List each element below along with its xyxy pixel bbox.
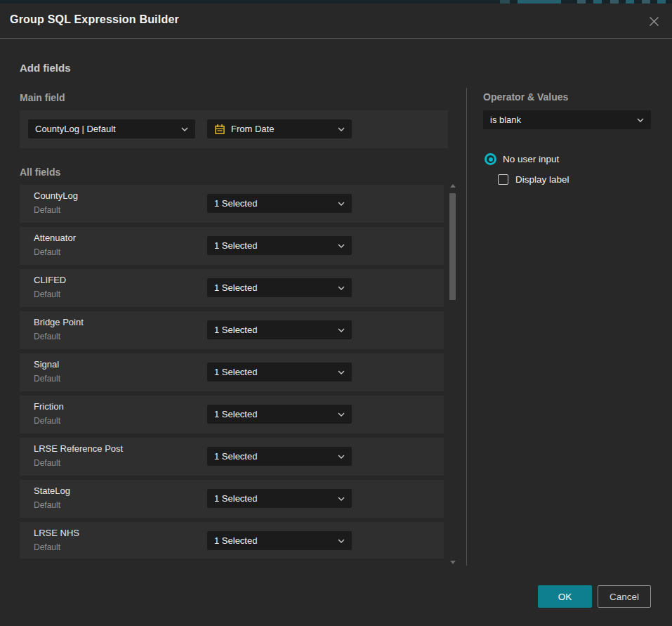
sql-expression-builder-dialog: Group SQL Expression Builder Add fields … bbox=[0, 4, 672, 626]
cancel-button[interactable]: Cancel bbox=[598, 585, 651, 608]
close-icon[interactable] bbox=[644, 11, 664, 31]
chevron-down-icon bbox=[637, 118, 644, 122]
no-user-input-radio[interactable]: No user input bbox=[485, 153, 559, 165]
radio-selected-icon bbox=[485, 153, 496, 165]
field-selection-select[interactable]: 1 Selected bbox=[207, 405, 352, 424]
field-selection-select[interactable]: 1 Selected bbox=[207, 363, 352, 382]
chevron-down-icon bbox=[338, 328, 345, 332]
field-row: Friction Default 1 Selected bbox=[20, 396, 444, 433]
main-field-source-value: CountyLog | Default bbox=[35, 124, 176, 134]
main-field-date-value: From Date bbox=[231, 124, 332, 134]
chevron-down-icon bbox=[338, 539, 345, 543]
calendar-icon bbox=[214, 124, 225, 135]
close-x-glyph bbox=[649, 16, 659, 27]
field-selection-value: 1 Selected bbox=[214, 535, 332, 546]
chevron-down-icon bbox=[338, 244, 345, 248]
chevron-down-icon bbox=[338, 497, 345, 501]
chevron-down-icon bbox=[181, 127, 188, 131]
field-selection-select[interactable]: 1 Selected bbox=[207, 447, 352, 466]
scrollbar-thumb[interactable] bbox=[449, 193, 456, 300]
field-sublabel: Default bbox=[34, 205, 60, 215]
chevron-down-icon bbox=[338, 202, 345, 206]
scrollbar-up-arrow[interactable] bbox=[450, 184, 456, 188]
field-row: Attenuator Default 1 Selected bbox=[20, 227, 444, 265]
vertical-divider bbox=[466, 88, 467, 566]
field-sublabel: Default bbox=[34, 247, 60, 257]
field-sublabel: Default bbox=[34, 374, 60, 384]
operator-values-heading: Operator & Values bbox=[483, 91, 568, 103]
field-name: CLIFED bbox=[34, 275, 66, 285]
no-user-input-label: No user input bbox=[503, 154, 559, 164]
field-sublabel: Default bbox=[34, 542, 60, 552]
field-row: Bridge Point Default 1 Selected bbox=[20, 311, 444, 349]
field-selection-value: 1 Selected bbox=[214, 367, 332, 377]
add-fields-heading: Add fields bbox=[20, 62, 71, 74]
field-selection-value: 1 Selected bbox=[214, 451, 332, 462]
chevron-down-icon bbox=[338, 412, 345, 417]
operator-select[interactable]: is blank bbox=[483, 110, 651, 129]
field-name: Friction bbox=[34, 401, 64, 412]
field-selection-select[interactable]: 1 Selected bbox=[207, 320, 352, 339]
field-row: StateLog Default 1 Selected bbox=[20, 480, 444, 518]
dialog-header: Group SQL Expression Builder bbox=[0, 4, 672, 39]
ok-button[interactable]: OK bbox=[538, 585, 592, 608]
main-field-label: Main field bbox=[20, 92, 65, 103]
field-name: StateLog bbox=[34, 485, 70, 496]
field-sublabel: Default bbox=[34, 458, 60, 468]
field-sublabel: Default bbox=[34, 332, 60, 341]
field-selection-select[interactable]: 1 Selected bbox=[207, 531, 352, 550]
operator-value: is blank bbox=[490, 115, 631, 125]
all-fields-list: CountyLog Default 1 Selected Attenuator … bbox=[20, 185, 444, 559]
main-field-date-select[interactable]: From Date bbox=[207, 119, 352, 138]
scrollbar-down-arrow[interactable] bbox=[450, 561, 456, 564]
field-sublabel: Default bbox=[34, 416, 60, 426]
chevron-down-icon bbox=[338, 127, 345, 131]
field-name: Attenuator bbox=[34, 233, 76, 243]
all-fields-label: All fields bbox=[20, 167, 60, 178]
field-selection-select[interactable]: 1 Selected bbox=[207, 236, 352, 255]
field-name: LRSE Reference Post bbox=[34, 443, 123, 454]
field-selection-select[interactable]: 1 Selected bbox=[207, 489, 352, 508]
screen: Group SQL Expression Builder Add fields … bbox=[0, 0, 672, 626]
chevron-down-icon bbox=[338, 286, 345, 290]
field-name: Bridge Point bbox=[34, 317, 84, 327]
fields-list-scrollbar[interactable] bbox=[449, 181, 457, 566]
field-selection-value: 1 Selected bbox=[214, 409, 332, 419]
field-sublabel: Default bbox=[34, 500, 60, 510]
field-row: LRSE NHS Default 1 Selected bbox=[20, 522, 444, 559]
field-row: Signal Default 1 Selected bbox=[20, 353, 444, 391]
field-row: LRSE Reference Post Default 1 Selected bbox=[20, 438, 444, 476]
chevron-down-icon bbox=[338, 455, 345, 459]
chevron-down-icon bbox=[338, 370, 345, 374]
field-selection-select[interactable]: 1 Selected bbox=[207, 194, 352, 213]
field-name: LRSE NHS bbox=[34, 528, 79, 538]
display-label-checkbox-row[interactable]: Display label bbox=[498, 174, 569, 185]
checkbox-unchecked-icon[interactable] bbox=[498, 174, 508, 185]
field-row: CountyLog Default 1 Selected bbox=[20, 185, 444, 223]
main-field-source-select[interactable]: CountyLog | Default bbox=[28, 119, 195, 138]
field-selection-value: 1 Selected bbox=[214, 282, 332, 293]
field-name: Signal bbox=[34, 359, 59, 370]
field-selection-value: 1 Selected bbox=[214, 325, 332, 335]
field-sublabel: Default bbox=[34, 289, 60, 299]
dialog-title: Group SQL Expression Builder bbox=[10, 13, 179, 26]
field-selection-value: 1 Selected bbox=[214, 493, 332, 504]
main-field-panel: CountyLog | Default From Date bbox=[20, 110, 448, 148]
field-selection-value: 1 Selected bbox=[214, 198, 332, 209]
field-name: CountyLog bbox=[34, 190, 78, 201]
display-label-label: Display label bbox=[515, 174, 569, 185]
field-row: CLIFED Default 1 Selected bbox=[20, 269, 444, 307]
field-selection-select[interactable]: 1 Selected bbox=[207, 278, 352, 297]
field-selection-value: 1 Selected bbox=[214, 240, 332, 251]
